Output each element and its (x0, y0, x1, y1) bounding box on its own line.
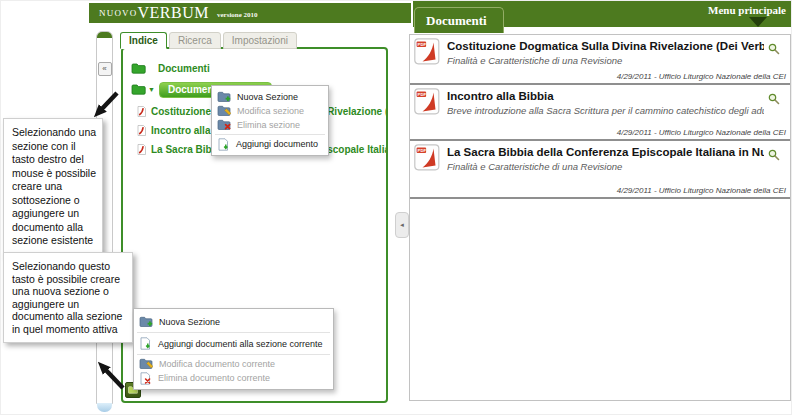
document-row-text: Incontro alla Bibbia Breve introduzione … (447, 88, 764, 116)
document-title: Costituzione Dogmatica Sulla Divina Rive… (447, 38, 764, 52)
document-add-icon (139, 337, 152, 350)
document-meta: 4/29/2011 - Ufficio Liturgico Nazionale … (617, 128, 786, 137)
document-subtitle: Finalità e Caratteristiche di una Revisi… (447, 161, 764, 172)
main-menu-button[interactable]: Menu principale (708, 4, 786, 16)
pdf-file-icon: PDF (414, 144, 440, 171)
tab-indice[interactable]: Indice (120, 32, 167, 49)
search-icon[interactable] (768, 93, 780, 105)
menu-item-label: Modifica sezione (237, 106, 304, 116)
section-context-menu: Nuova Sezione Modifica sezione Elimina s… (211, 85, 329, 156)
menu-item-label: Elimina sezione (237, 120, 300, 130)
folder-edit-icon (217, 105, 231, 117)
pdf-document-icon (137, 144, 146, 155)
menu-item-nuova-sezione[interactable]: Nuova Sezione (212, 90, 328, 104)
menu-item-elimina-documento[interactable]: Elimina documento corrente (134, 371, 333, 385)
document-row[interactable]: PDF Costituzione Dogmatica Sulla Divina … (410, 35, 790, 85)
document-row-main: PDF Incontro alla Bibbia Breve introduzi… (410, 85, 790, 116)
tree-expand-icon[interactable]: ▼ (148, 86, 155, 93)
sidebar-tabs: Indice Ricerca Impostazioni (120, 32, 299, 49)
tab-impostazioni[interactable]: Impostazioni (223, 32, 297, 49)
svg-text:PDF: PDF (418, 42, 427, 47)
menu-item-elimina-sezione[interactable]: Elimina sezione (212, 118, 328, 132)
menu-item-modifica-documento[interactable]: Modifica documento corrente (134, 357, 333, 371)
collapse-panel-button[interactable]: « (98, 62, 112, 76)
menu-item-modifica-sezione[interactable]: Modifica sezione (212, 104, 328, 118)
menu-separator (137, 354, 330, 355)
menu-item-aggiungi-documento[interactable]: Aggiungi documento (212, 137, 328, 151)
documents-panel: PDF Costituzione Dogmatica Sulla Divina … (409, 34, 791, 401)
pdf-file-icon: PDF (414, 88, 440, 115)
chevron-down-icon[interactable] (749, 17, 767, 27)
document-row[interactable]: PDF Incontro alla Bibbia Breve introduzi… (410, 85, 790, 141)
pdf-document-icon (137, 125, 146, 136)
document-subtitle: Breve introduzione alla Sacra Scrittura … (447, 105, 764, 116)
menu-item-label: Aggiungi documenti alla sezione corrente (158, 339, 323, 349)
menu-item-label: Nuova Sezione (237, 92, 298, 102)
pdf-file-icon: PDF (414, 38, 440, 65)
document-meta: 4/29/2011 - Ufficio Liturgico Nazionale … (617, 186, 786, 195)
tree-item-documenti[interactable]: Documenti (131, 61, 210, 76)
callout-arrow-icon (88, 90, 120, 122)
menu-item-label: Modifica documento corrente (159, 359, 275, 369)
callout-button-help: Selezionando questo tasto è possibile cr… (3, 252, 133, 343)
search-icon[interactable] (768, 149, 780, 161)
folder-plus-icon (139, 316, 153, 328)
tree-item-label: Documenti (158, 63, 210, 74)
app-header: NUOVO VERBUM versione 2010 (89, 3, 411, 23)
folder-icon (131, 63, 146, 74)
callout-arrow-icon (90, 357, 126, 391)
brand-prefix: NUOVO (99, 8, 138, 18)
callout-right-click-help: Selezionando una sezione con il tasto de… (3, 118, 103, 256)
menu-separator (215, 134, 325, 135)
menu-item-label: Elimina documento corrente (158, 373, 270, 383)
document-row-main: PDF Costituzione Dogmatica Sulla Divina … (410, 35, 790, 66)
strip-footer-decoration (97, 403, 112, 412)
pdf-document-icon (137, 106, 146, 117)
folder-delete-icon (217, 119, 231, 131)
document-add-icon (217, 138, 230, 151)
tab-documenti-label: Documenti (426, 13, 487, 29)
folder-icon (131, 84, 146, 95)
tab-ricerca[interactable]: Ricerca (169, 32, 221, 49)
search-icon[interactable] (768, 43, 780, 55)
folder-plus-icon (217, 91, 231, 103)
menu-item-label: Nuova Sezione (159, 317, 220, 327)
panel-splitter-handle[interactable]: ◄ (395, 212, 409, 238)
document-title: La Sacra Bibbia della Conferenza Episcop… (447, 144, 764, 158)
document-row-text: La Sacra Bibbia della Conferenza Episcop… (447, 144, 764, 172)
brand-version: versione 2010 (217, 11, 258, 19)
svg-text:PDF: PDF (418, 148, 427, 153)
menu-item-nuova-sezione[interactable]: Nuova Sezione (134, 313, 333, 330)
tab-documenti[interactable]: Documenti (414, 7, 504, 33)
document-row-text: Costituzione Dogmatica Sulla Divina Rive… (447, 38, 764, 66)
app-window: NUOVO VERBUM versione 2010 Documenti Men… (0, 0, 792, 415)
menu-separator (137, 332, 330, 333)
folder-edit-icon (139, 358, 153, 370)
strip-green-cap (97, 32, 112, 38)
svg-text:PDF: PDF (418, 92, 427, 97)
document-context-menu: Nuova Sezione Aggiungi documenti alla se… (133, 308, 334, 390)
brand-name: VERBUM (138, 4, 209, 22)
menu-item-label: Aggiungi documento (236, 139, 318, 149)
document-title: Incontro alla Bibbia (447, 88, 764, 102)
document-delete-icon (139, 372, 152, 385)
document-row[interactable]: PDF La Sacra Bibbia della Conferenza Epi… (410, 141, 790, 199)
menu-item-aggiungi-documenti[interactable]: Aggiungi documenti alla sezione corrente (134, 335, 333, 352)
document-meta: 4/29/2011 - Ufficio Liturgico Nazionale … (617, 72, 786, 81)
document-row-main: PDF La Sacra Bibbia della Conferenza Epi… (410, 141, 790, 172)
document-subtitle: Finalità e Caratteristiche di una Revisi… (447, 55, 764, 66)
